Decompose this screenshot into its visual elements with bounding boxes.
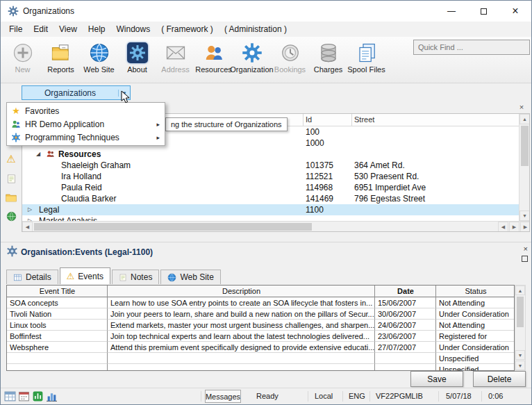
toolbar-reports-label: Reports xyxy=(47,65,74,74)
org-row[interactable]: Shaeleigh Graham 101375 364 Amet Rd. xyxy=(22,160,519,171)
delete-button[interactable]: Delete xyxy=(473,371,526,387)
org-panel-close-icon[interactable]: × xyxy=(517,103,526,111)
toolbar-resources-button[interactable]: Resources xyxy=(194,39,233,83)
gear-icon xyxy=(7,133,25,142)
org-row-selected[interactable]: ▷ Legal 1100 xyxy=(22,204,519,215)
tab-label: Details xyxy=(26,272,51,282)
toolbar-reports-button[interactable]: Reports xyxy=(42,39,80,83)
tab-details[interactable]: Details xyxy=(6,270,58,284)
column-header-id[interactable]: Id xyxy=(306,115,312,124)
panel-close-icon[interactable]: × xyxy=(524,245,528,253)
quick-find-input[interactable] xyxy=(414,40,529,54)
menu-framework[interactable]: ( Framework ) xyxy=(156,22,219,36)
column-header-description[interactable]: Description xyxy=(108,287,375,295)
scroll-right-icon[interactable]: ▶ xyxy=(509,222,519,232)
tab-web-site[interactable]: Web Site xyxy=(160,270,220,284)
scroll-down-icon[interactable]: ▼ xyxy=(519,210,530,221)
messages-button[interactable]: Messages xyxy=(205,390,241,403)
column-header-date[interactable]: Date xyxy=(375,287,436,295)
event-row[interactable]: Unspecified xyxy=(7,353,515,364)
toolbar-new-label: New xyxy=(15,65,30,74)
tab-events[interactable]: ⚠ Events xyxy=(60,267,110,284)
calendar-icon[interactable] xyxy=(18,390,31,403)
event-row[interactable]: Websphere Attend this premium event spec… xyxy=(7,342,515,353)
tab-label: Web Site xyxy=(180,272,213,282)
toolbar-spoolfiles-button[interactable]: Spool Files xyxy=(347,39,385,83)
warning-strip-icon[interactable]: ⚠ xyxy=(5,153,17,165)
menu-administration[interactable]: ( Administration ) xyxy=(219,22,292,36)
toolbar-bookings-label: Bookings xyxy=(274,65,306,74)
scroll-thumb[interactable] xyxy=(521,126,529,166)
close-icon: × xyxy=(512,5,518,17)
scroll-right-icon[interactable]: ▶ xyxy=(520,222,530,232)
bar-chart-icon[interactable] xyxy=(46,390,58,403)
menu-item-label: Favorites xyxy=(25,106,59,116)
documents-icon xyxy=(355,40,379,65)
column-header-street[interactable]: Street xyxy=(354,115,374,124)
panel-maximize-icon[interactable] xyxy=(522,256,528,262)
tree-tooltip: ng the structure of Organizations xyxy=(165,117,288,131)
toolbar-website-button[interactable]: Web Site xyxy=(80,39,118,83)
toolbar-charges-button[interactable]: Charges xyxy=(309,39,347,83)
tab-notes[interactable]: Notes xyxy=(112,270,159,284)
org-row[interactable]: Claudia Barker 141469 796 Egestas Street xyxy=(22,193,519,204)
toolbar-organization-button[interactable]: Organization xyxy=(233,39,271,83)
column-header-event-title[interactable]: Event Title xyxy=(7,287,108,295)
scroll-thumb[interactable] xyxy=(34,223,312,231)
toolbar-spoolfiles-label: Spool Files xyxy=(347,65,385,74)
event-row[interactable]: Boffinfest Join top technical experts an… xyxy=(7,331,515,342)
scroll-up-icon[interactable]: ▲ xyxy=(515,286,525,295)
notes-strip-icon[interactable] xyxy=(5,172,17,185)
app-window: Organizations — × File Edit View Help Wi… xyxy=(0,0,532,405)
maximize-button[interactable] xyxy=(467,1,499,22)
minimize-button[interactable]: — xyxy=(435,1,467,22)
globe-strip-icon[interactable] xyxy=(5,210,17,222)
column-header-status[interactable]: Status xyxy=(436,287,515,295)
event-row[interactable]: Unspecified xyxy=(7,364,515,371)
event-row[interactable]: SOA concepts Learn how to use SOA entry … xyxy=(7,297,515,308)
title-bar: Organizations — × xyxy=(1,1,531,22)
event-row[interactable]: Tivoli Nation Join your peers to learn, … xyxy=(7,308,515,320)
menu-item-programming-techniques[interactable]: Programming Techniques ▸ xyxy=(7,131,165,144)
menu-edit[interactable]: Edit xyxy=(28,22,53,36)
globe-icon xyxy=(88,40,111,65)
close-button[interactable]: × xyxy=(499,1,531,22)
org-grid-hscrollbar[interactable]: ◀ ◀ ▶ ▶ xyxy=(22,221,530,231)
tree-expanded-icon[interactable]: ◢ xyxy=(36,149,40,160)
hr-app-icon xyxy=(7,119,25,129)
menu-file[interactable]: File xyxy=(3,22,28,36)
org-row[interactable]: Ira Holland 112521 530 Praesent Rd. xyxy=(22,171,519,182)
toolbar-about-button[interactable]: About xyxy=(118,39,156,83)
save-button[interactable]: Save xyxy=(410,371,463,387)
scroll-down-icon[interactable]: ▼ xyxy=(515,350,525,360)
org-row[interactable]: Paula Reid 114968 6951 Imperdiet Ave xyxy=(22,182,519,193)
menu-item-favorites[interactable]: ★ Favorites xyxy=(7,104,165,117)
tree-collapsed-icon[interactable]: ▷ xyxy=(28,204,32,215)
menu-item-hr-demo-application[interactable]: HR Demo Application ▸ xyxy=(7,117,165,131)
org-group-row[interactable]: ◢ Resources xyxy=(22,149,519,160)
scroll-left-icon[interactable]: ◀ xyxy=(498,222,508,232)
scroll-down-icon[interactable]: ▼ xyxy=(515,361,525,370)
toolbar-new-button[interactable]: New xyxy=(3,39,42,83)
table-view-icon[interactable] xyxy=(4,390,17,403)
minimize-icon: — xyxy=(447,6,456,16)
folder-strip-icon[interactable] xyxy=(5,191,17,204)
menu-item-label: Programming Techniques xyxy=(25,133,119,142)
org-grid-vscrollbar[interactable]: ▲ ▼ xyxy=(519,114,529,221)
toolbar-website-label: Web Site xyxy=(83,65,114,74)
toolbar-address-button[interactable]: Address xyxy=(156,39,194,83)
scroll-up-icon[interactable]: ▲ xyxy=(519,114,530,124)
details-grid-icon xyxy=(13,273,22,282)
menu-help[interactable]: Help xyxy=(83,22,111,36)
toolbar-resources-label: Resources xyxy=(195,65,232,74)
menu-windows[interactable]: Windows xyxy=(111,22,156,36)
event-row[interactable]: Linux tools Extend markets, master your … xyxy=(7,320,515,331)
spreadsheet-icon[interactable] xyxy=(32,390,44,403)
events-vscrollbar[interactable]: ▲ ▼ ▼ xyxy=(515,285,526,371)
organizations-dropdown-button[interactable]: Organizations ▾ xyxy=(22,85,131,100)
scroll-thumb[interactable] xyxy=(517,297,524,327)
toolbar-bookings-button[interactable]: Bookings xyxy=(271,39,309,83)
menu-view[interactable]: View xyxy=(53,22,83,36)
scroll-left-icon[interactable]: ◀ xyxy=(22,222,33,232)
toolbar-charges-label: Charges xyxy=(314,65,343,74)
